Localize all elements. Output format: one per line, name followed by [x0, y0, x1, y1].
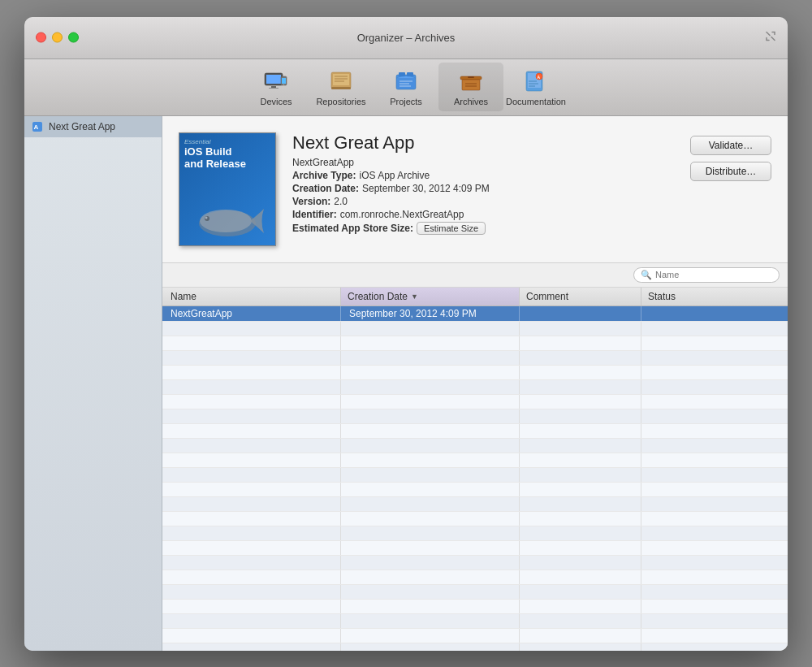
table-row[interactable] — [162, 585, 788, 600]
cell-status — [641, 424, 788, 438]
projects-icon — [393, 68, 419, 94]
table-row[interactable] — [162, 336, 788, 351]
col-header-status[interactable]: Status — [641, 288, 788, 305]
documentation-label: Documentation — [506, 97, 566, 106]
table-row[interactable]: NextGreatApp September 30, 2012 4:09 PM — [162, 306, 788, 322]
cell-status — [641, 600, 788, 613]
table-row[interactable] — [162, 409, 788, 424]
cell-date — [341, 512, 520, 526]
cell-comment — [520, 468, 641, 482]
cell-name — [162, 395, 341, 409]
cell-comment — [520, 629, 641, 643]
cell-status — [641, 395, 788, 409]
action-buttons: Validate… Distribute… — [690, 132, 771, 246]
table-row[interactable] — [162, 526, 788, 541]
cell-name — [162, 351, 341, 365]
fullscreen-button[interactable] — [765, 31, 776, 45]
toolbar-projects[interactable]: Projects — [374, 63, 438, 111]
cell-comment — [520, 600, 641, 613]
table-row[interactable] — [162, 497, 788, 512]
cell-status — [641, 380, 788, 394]
cell-comment — [520, 585, 641, 599]
table-row[interactable] — [162, 439, 788, 453]
svg-rect-14 — [399, 72, 405, 76]
cell-comment — [520, 424, 641, 438]
svg-rect-1 — [266, 75, 281, 84]
cell-date: September 30, 2012 4:09 PM — [341, 306, 520, 321]
table-row[interactable] — [162, 600, 788, 614]
table-row[interactable] — [162, 380, 788, 395]
devices-label: Devices — [260, 97, 292, 106]
creation-date-label: Creation Date: — [292, 183, 359, 194]
maximize-button[interactable] — [68, 32, 79, 43]
svg-rect-3 — [269, 88, 279, 89]
cell-name — [162, 629, 341, 643]
svg-rect-15 — [407, 72, 413, 76]
search-input[interactable] — [655, 270, 772, 279]
table-row[interactable] — [162, 614, 788, 629]
toolbar-devices[interactable]: Devices — [244, 63, 309, 111]
table-row[interactable] — [162, 483, 788, 497]
distribute-button[interactable]: Distribute… — [690, 162, 771, 181]
table-row[interactable] — [162, 395, 788, 409]
validate-button[interactable]: Validate… — [690, 136, 771, 155]
cell-date — [341, 585, 520, 599]
table-row[interactable] — [162, 570, 788, 585]
cell-date — [341, 322, 520, 336]
search-box[interactable]: 🔍 — [633, 267, 780, 283]
cell-date — [341, 395, 520, 409]
table-row[interactable] — [162, 351, 788, 366]
table-row[interactable] — [162, 556, 788, 570]
cell-name — [162, 336, 341, 350]
cell-status — [641, 643, 788, 651]
cell-comment — [520, 570, 641, 584]
table-row[interactable] — [162, 643, 788, 651]
cell-comment — [520, 526, 641, 540]
minimize-button[interactable] — [52, 32, 63, 43]
cell-status — [641, 629, 788, 643]
app-name: Next Great App — [292, 132, 674, 154]
toolbar-documentation[interactable]: A Documentation — [503, 63, 568, 111]
cell-status — [641, 556, 788, 570]
cell-comment — [520, 336, 641, 350]
table-row[interactable] — [162, 322, 788, 336]
table-row[interactable] — [162, 512, 788, 526]
cell-comment — [520, 497, 641, 511]
table-row[interactable] — [162, 541, 788, 556]
col-header-name[interactable]: Name — [162, 288, 341, 305]
table-header: Name Creation Date ▼ Comment Status — [162, 288, 788, 306]
table-row[interactable] — [162, 468, 788, 483]
cell-date — [341, 643, 520, 651]
cell-comment — [520, 439, 641, 453]
toolbar-repositories[interactable]: Repositories — [309, 63, 374, 111]
svg-point-6 — [283, 84, 284, 84]
close-button[interactable] — [36, 32, 46, 43]
table-row[interactable] — [162, 424, 788, 439]
table-row[interactable] — [162, 453, 788, 468]
devices-icon — [263, 68, 289, 94]
toolbar-archives[interactable]: Archives — [438, 63, 503, 111]
table-row[interactable] — [162, 629, 788, 643]
sidebar: A Next Great App — [24, 116, 162, 651]
table-body: NextGreatApp September 30, 2012 4:09 PM — [162, 306, 788, 651]
cell-date — [341, 483, 520, 496]
cell-name — [162, 439, 341, 453]
cell-status — [641, 483, 788, 496]
archives-icon — [458, 68, 484, 94]
estimate-size-button[interactable]: Estimate Size — [417, 222, 486, 235]
col-header-creation-date[interactable]: Creation Date ▼ — [341, 288, 520, 305]
cell-status — [641, 497, 788, 511]
creation-date-row: Creation Date: September 30, 2012 4:09 P… — [292, 183, 674, 194]
bundle-name-row: NextGreatApp — [292, 157, 674, 168]
cell-comment — [520, 306, 641, 321]
svg-point-36 — [205, 216, 208, 219]
cell-date — [341, 526, 520, 540]
col-header-comment[interactable]: Comment — [520, 288, 641, 305]
sidebar-item-next-great-app[interactable]: A Next Great App — [24, 116, 162, 137]
cell-name: NextGreatApp — [162, 306, 341, 321]
table-row[interactable] — [162, 366, 788, 380]
projects-label: Projects — [390, 97, 422, 106]
estimated-size-row: Estimated App Store Size: Estimate Size — [292, 222, 674, 235]
repositories-icon — [328, 68, 354, 94]
cell-status — [641, 526, 788, 540]
